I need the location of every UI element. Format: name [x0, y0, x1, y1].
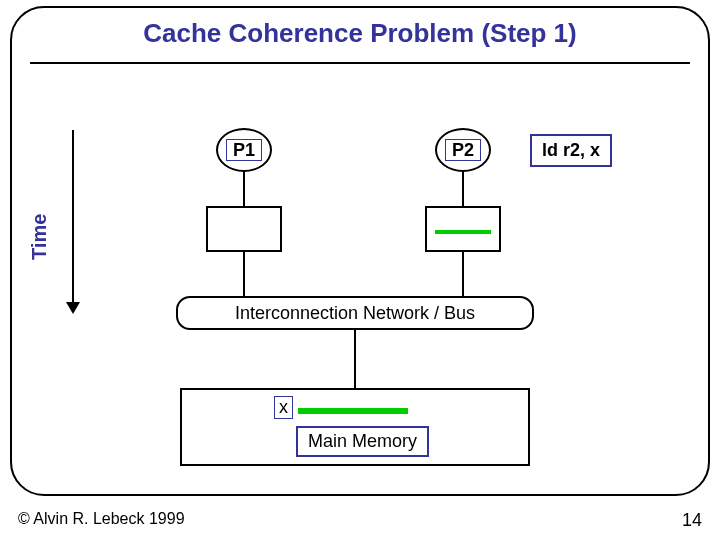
instruction-box: ld r2, x: [530, 134, 612, 167]
connector-p1-cache: [243, 171, 245, 206]
connector-c1-bus: [243, 252, 245, 296]
connector-p2-cache: [462, 171, 464, 206]
processor-p2: P2: [435, 128, 491, 172]
instruction-text: ld r2, x: [542, 140, 600, 160]
cache-p2-data-icon: [435, 230, 491, 234]
bus-label: Interconnection Network / Bus: [235, 303, 475, 324]
interconnection-bus: Interconnection Network / Bus: [176, 296, 534, 330]
title-underline: [30, 62, 690, 64]
memory-data-icon: [298, 408, 408, 414]
time-axis-label: Time: [28, 214, 51, 260]
memory-variable-label: x: [274, 396, 293, 419]
page-number: 14: [682, 510, 702, 531]
cache-p1: [206, 206, 282, 252]
connector-bus-memory: [354, 330, 356, 388]
processor-p1-label: P1: [226, 139, 262, 161]
copyright-text: © Alvin R. Lebeck 1999: [18, 510, 185, 528]
time-axis-line: [72, 130, 74, 304]
cache-p2: [425, 206, 501, 252]
slide-title: Cache Coherence Problem (Step 1): [0, 18, 720, 49]
processor-p1: P1: [216, 128, 272, 172]
connector-c2-bus: [462, 252, 464, 296]
memory-label: Main Memory: [296, 426, 429, 457]
processor-p2-label: P2: [445, 139, 481, 161]
time-axis-arrow-icon: [66, 302, 80, 314]
